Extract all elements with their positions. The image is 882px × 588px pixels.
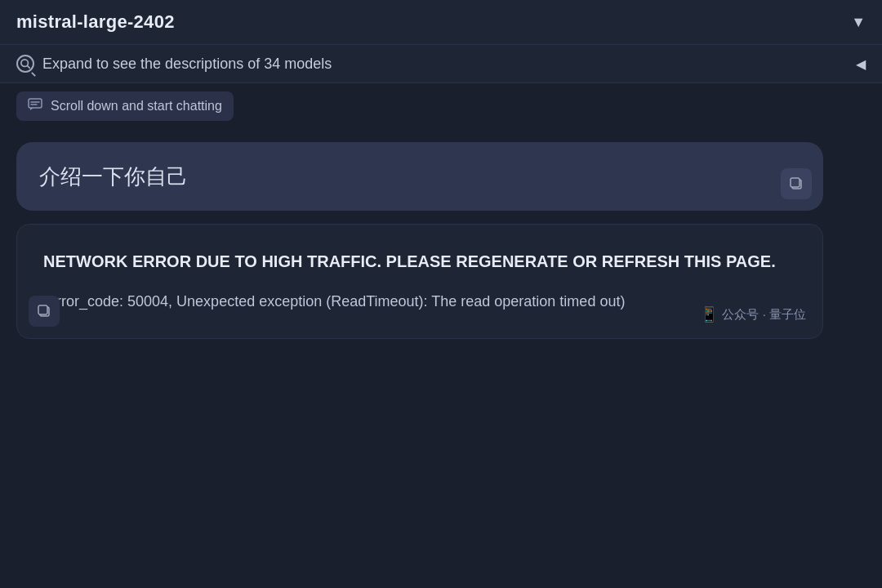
copy-error-message-button[interactable] [29, 296, 60, 327]
chat-area: 介绍一下你自己 NETWORK ERROR DUE TO HIGH TRAFFI… [0, 129, 882, 588]
wechat-icon: 📱 [700, 305, 718, 323]
hint-text: Scroll down and start chatting [51, 99, 222, 114]
user-message-bubble: 介绍一下你自己 [16, 142, 823, 211]
model-dropdown-arrow[interactable]: ▼ [851, 14, 866, 31]
error-title: NETWORK ERROR DUE TO HIGH TRAFFIC. PLEAS… [43, 249, 796, 274]
chat-icon [28, 98, 42, 114]
watermark: 📱 公众号 · 量子位 [700, 305, 806, 323]
collapse-arrow[interactable]: ◀ [856, 56, 866, 72]
expand-models-bar[interactable]: Expand to see the descriptions of 34 mod… [0, 45, 882, 83]
copy-error-icon [37, 304, 51, 318]
svg-rect-8 [38, 305, 47, 314]
error-message-bubble: NETWORK ERROR DUE TO HIGH TRAFFIC. PLEAS… [16, 224, 823, 339]
user-message-text: 介绍一下你自己 [39, 164, 188, 189]
watermark-text: 公众号 · 量子位 [722, 307, 806, 323]
svg-line-1 [28, 66, 30, 69]
app-container: mistral-large-2402 ▼ Expand to see the d… [0, 0, 882, 588]
copy-icon [789, 176, 804, 191]
copy-user-message-button[interactable] [781, 168, 812, 199]
svg-rect-2 [29, 99, 42, 108]
hint-badge: Scroll down and start chatting [16, 91, 234, 121]
search-icon [16, 55, 34, 73]
svg-rect-6 [791, 178, 800, 187]
hint-bar: Scroll down and start chatting [0, 83, 882, 129]
model-selector-bar[interactable]: mistral-large-2402 ▼ [0, 0, 882, 45]
model-name: mistral-large-2402 [16, 11, 175, 33]
expand-models-left: Expand to see the descriptions of 34 mod… [16, 55, 332, 73]
expand-models-text: Expand to see the descriptions of 34 mod… [42, 56, 332, 73]
error-detail: (error_code: 50004, Unexpected exception… [43, 290, 796, 314]
